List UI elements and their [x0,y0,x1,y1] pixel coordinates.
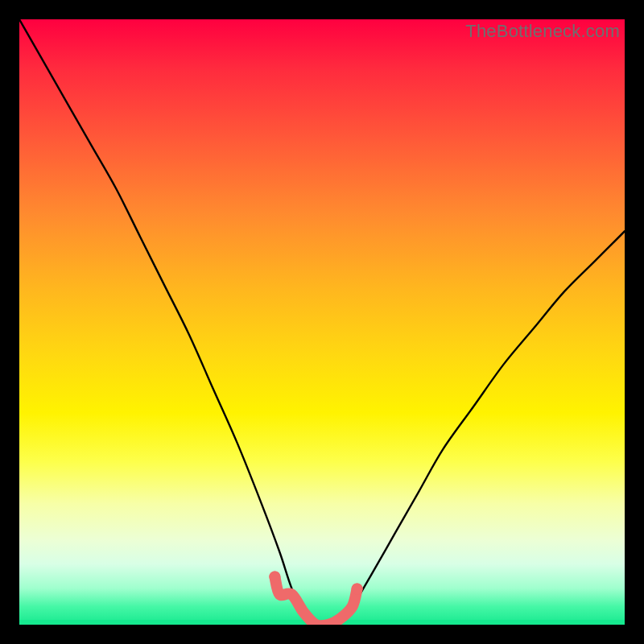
plot-area: TheBottleneck.com [19,19,625,625]
highlight-dot-right [352,583,363,594]
bottleneck-curve [19,19,625,625]
highlight-segment [275,576,357,625]
highlight-dot-left [269,571,280,582]
chart-frame: TheBottleneck.com [0,0,644,644]
curve-svg [19,19,625,625]
